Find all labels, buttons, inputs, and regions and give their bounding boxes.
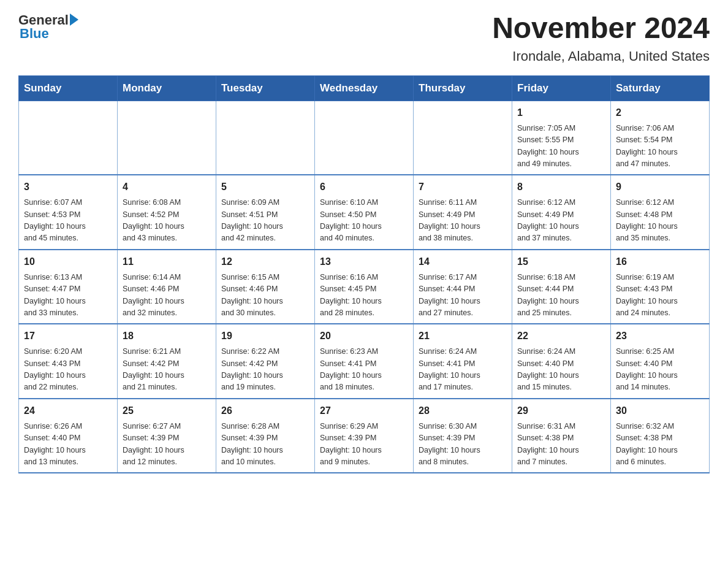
calendar-cell: 22Sunrise: 6:24 AM Sunset: 4:40 PM Dayli… [512,324,611,399]
calendar-cell: 23Sunrise: 6:25 AM Sunset: 4:40 PM Dayli… [611,324,710,399]
calendar-cell: 25Sunrise: 6:27 AM Sunset: 4:39 PM Dayli… [118,399,216,473]
day-info: Sunrise: 6:27 AM Sunset: 4:39 PM Dayligh… [123,421,211,469]
weekday-header-monday: Monday [118,75,216,101]
day-info: Sunrise: 6:07 AM Sunset: 4:53 PM Dayligh… [24,197,112,245]
calendar-cell: 6Sunrise: 6:10 AM Sunset: 4:50 PM Daylig… [315,175,414,250]
calendar-cell: 11Sunrise: 6:14 AM Sunset: 4:46 PM Dayli… [118,250,216,324]
day-number: 3 [24,180,112,194]
calendar-cell: 19Sunrise: 6:22 AM Sunset: 4:42 PM Dayli… [216,324,315,399]
day-info: Sunrise: 6:29 AM Sunset: 4:39 PM Dayligh… [320,421,408,469]
calendar-week-row: 1Sunrise: 7:05 AM Sunset: 5:55 PM Daylig… [19,101,710,175]
day-info: Sunrise: 6:18 AM Sunset: 4:44 PM Dayligh… [517,272,605,320]
calendar-week-row: 3Sunrise: 6:07 AM Sunset: 4:53 PM Daylig… [19,175,710,250]
calendar-cell: 13Sunrise: 6:16 AM Sunset: 4:45 PM Dayli… [315,250,414,324]
calendar-table: SundayMondayTuesdayWednesdayThursdayFrid… [18,75,710,474]
calendar-cell: 8Sunrise: 6:12 AM Sunset: 4:49 PM Daylig… [512,175,611,250]
logo: General Blue [18,12,78,42]
day-info: Sunrise: 6:23 AM Sunset: 4:41 PM Dayligh… [320,346,408,394]
day-number: 2 [616,105,704,120]
day-info: Sunrise: 6:19 AM Sunset: 4:43 PM Dayligh… [616,272,704,320]
calendar-cell: 14Sunrise: 6:17 AM Sunset: 4:44 PM Dayli… [414,250,512,324]
day-number: 11 [123,255,211,269]
weekday-header-saturday: Saturday [611,75,710,101]
day-info: Sunrise: 6:16 AM Sunset: 4:45 PM Dayligh… [320,272,408,320]
weekday-header-sunday: Sunday [19,75,118,101]
calendar-cell: 12Sunrise: 6:15 AM Sunset: 4:46 PM Dayli… [216,250,315,324]
day-info: Sunrise: 7:05 AM Sunset: 5:55 PM Dayligh… [517,123,605,170]
day-number: 23 [616,329,704,343]
calendar-cell [118,101,216,175]
day-number: 29 [517,404,605,418]
day-number: 8 [517,180,605,194]
calendar-cell: 2Sunrise: 7:06 AM Sunset: 5:54 PM Daylig… [611,101,710,175]
calendar-week-row: 17Sunrise: 6:20 AM Sunset: 4:43 PM Dayli… [19,324,710,399]
day-info: Sunrise: 6:24 AM Sunset: 4:41 PM Dayligh… [419,346,507,394]
day-number: 12 [221,255,309,269]
day-number: 30 [616,404,704,418]
logo-blue-text: Blue [18,26,49,42]
day-number: 27 [320,404,408,418]
title-area: November 2024 Irondale, Alabama, United … [492,12,710,64]
day-number: 18 [123,329,211,343]
day-info: Sunrise: 6:32 AM Sunset: 4:38 PM Dayligh… [616,421,704,469]
day-number: 1 [517,105,605,120]
day-info: Sunrise: 6:13 AM Sunset: 4:47 PM Dayligh… [24,272,112,320]
day-info: Sunrise: 6:30 AM Sunset: 4:39 PM Dayligh… [419,421,507,469]
weekday-header-thursday: Thursday [414,75,512,101]
day-number: 4 [123,180,211,194]
day-info: Sunrise: 6:31 AM Sunset: 4:38 PM Dayligh… [517,421,605,469]
day-number: 17 [24,329,112,343]
calendar-cell: 30Sunrise: 6:32 AM Sunset: 4:38 PM Dayli… [611,399,710,473]
calendar-cell [19,101,118,175]
day-number: 25 [123,404,211,418]
day-info: Sunrise: 6:12 AM Sunset: 4:49 PM Dayligh… [517,197,605,245]
day-info: Sunrise: 6:25 AM Sunset: 4:40 PM Dayligh… [616,346,704,394]
calendar-cell: 9Sunrise: 6:12 AM Sunset: 4:48 PM Daylig… [611,175,710,250]
day-number: 22 [517,329,605,343]
day-number: 6 [320,180,408,194]
weekday-header-row: SundayMondayTuesdayWednesdayThursdayFrid… [19,75,710,101]
calendar-cell: 20Sunrise: 6:23 AM Sunset: 4:41 PM Dayli… [315,324,414,399]
calendar-cell: 5Sunrise: 6:09 AM Sunset: 4:51 PM Daylig… [216,175,315,250]
calendar-cell: 7Sunrise: 6:11 AM Sunset: 4:49 PM Daylig… [414,175,512,250]
day-info: Sunrise: 6:26 AM Sunset: 4:40 PM Dayligh… [24,421,112,469]
day-number: 26 [221,404,309,418]
day-info: Sunrise: 6:12 AM Sunset: 4:48 PM Dayligh… [616,197,704,245]
day-number: 15 [517,255,605,269]
calendar-cell [216,101,315,175]
calendar-cell: 21Sunrise: 6:24 AM Sunset: 4:41 PM Dayli… [414,324,512,399]
calendar-cell: 17Sunrise: 6:20 AM Sunset: 4:43 PM Dayli… [19,324,118,399]
day-info: Sunrise: 6:28 AM Sunset: 4:39 PM Dayligh… [221,421,309,469]
day-number: 19 [221,329,309,343]
weekday-header-friday: Friday [512,75,611,101]
day-info: Sunrise: 6:24 AM Sunset: 4:40 PM Dayligh… [517,346,605,394]
day-info: Sunrise: 7:06 AM Sunset: 5:54 PM Dayligh… [616,123,704,170]
day-number: 24 [24,404,112,418]
calendar-cell: 28Sunrise: 6:30 AM Sunset: 4:39 PM Dayli… [414,399,512,473]
day-number: 21 [419,329,507,343]
day-info: Sunrise: 6:15 AM Sunset: 4:46 PM Dayligh… [221,272,309,320]
day-number: 14 [419,255,507,269]
day-number: 5 [221,180,309,194]
calendar-week-row: 10Sunrise: 6:13 AM Sunset: 4:47 PM Dayli… [19,250,710,324]
calendar-week-row: 24Sunrise: 6:26 AM Sunset: 4:40 PM Dayli… [19,399,710,473]
calendar-cell: 16Sunrise: 6:19 AM Sunset: 4:43 PM Dayli… [611,250,710,324]
calendar-cell: 29Sunrise: 6:31 AM Sunset: 4:38 PM Dayli… [512,399,611,473]
day-info: Sunrise: 6:11 AM Sunset: 4:49 PM Dayligh… [419,197,507,245]
calendar-cell: 18Sunrise: 6:21 AM Sunset: 4:42 PM Dayli… [118,324,216,399]
day-number: 28 [419,404,507,418]
day-number: 16 [616,255,704,269]
day-number: 10 [24,255,112,269]
day-info: Sunrise: 6:20 AM Sunset: 4:43 PM Dayligh… [24,346,112,394]
calendar-cell: 27Sunrise: 6:29 AM Sunset: 4:39 PM Dayli… [315,399,414,473]
calendar-cell [414,101,512,175]
calendar-cell: 24Sunrise: 6:26 AM Sunset: 4:40 PM Dayli… [19,399,118,473]
calendar-cell: 26Sunrise: 6:28 AM Sunset: 4:39 PM Dayli… [216,399,315,473]
weekday-header-wednesday: Wednesday [315,75,414,101]
calendar-cell: 1Sunrise: 7:05 AM Sunset: 5:55 PM Daylig… [512,101,611,175]
calendar-cell: 3Sunrise: 6:07 AM Sunset: 4:53 PM Daylig… [19,175,118,250]
month-title: November 2024 [492,12,710,45]
logo-arrow-icon [70,13,78,26]
day-info: Sunrise: 6:14 AM Sunset: 4:46 PM Dayligh… [123,272,211,320]
page-header: General Blue November 2024 Irondale, Ala… [18,12,710,64]
